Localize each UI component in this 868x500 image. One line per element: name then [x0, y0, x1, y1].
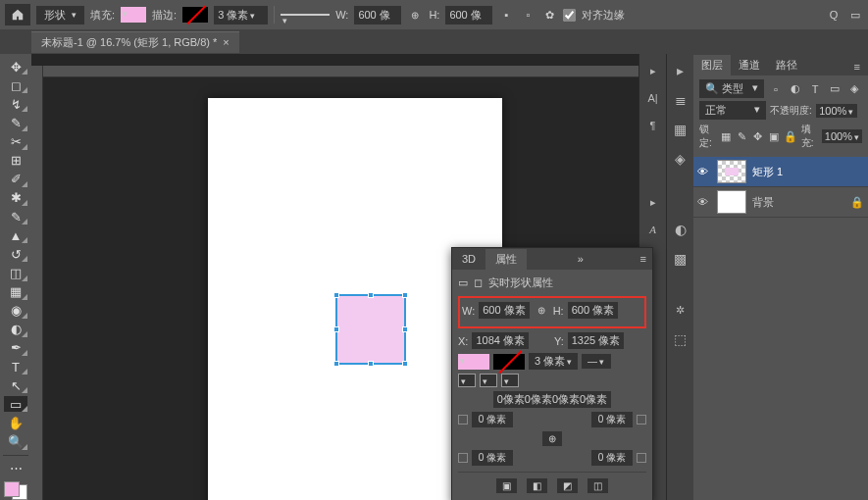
- visibility-icon[interactable]: 👁: [697, 196, 711, 208]
- handle-tr[interactable]: [402, 292, 408, 298]
- corner-tl-input[interactable]: 0 像素: [472, 412, 513, 427]
- pathop-intersect-icon[interactable]: ◩: [557, 478, 578, 493]
- foreground-color[interactable]: [4, 481, 20, 497]
- link-wh-icon[interactable]: ⊕: [534, 305, 549, 316]
- corner-br-input[interactable]: 0 像素: [591, 450, 633, 466]
- align-edges-checkbox[interactable]: [563, 9, 576, 22]
- opacity-input[interactable]: 100%: [816, 104, 857, 118]
- move-tool[interactable]: ✥: [4, 59, 27, 75]
- prop-y-input[interactable]: 1325 像素: [568, 332, 625, 349]
- dodge-tool[interactable]: ◐: [4, 322, 27, 337]
- layer-row-background[interactable]: 👁 背景 🔒: [693, 187, 868, 218]
- tab-layers[interactable]: 图层: [693, 55, 731, 75]
- panel-menu-icon[interactable]: ≡: [846, 58, 868, 75]
- adjustments-panel-icon[interactable]: ◐: [672, 221, 689, 238]
- stroke-style-select[interactable]: [281, 14, 330, 16]
- path-select-tool[interactable]: ↖: [4, 377, 27, 393]
- gradient-tool[interactable]: ▦: [4, 284, 27, 300]
- lock-pixels-icon[interactable]: ▦: [720, 128, 732, 144]
- crop-tool[interactable]: ✂: [4, 134, 27, 150]
- glyphs-panel-icon[interactable]: A: [644, 221, 662, 238]
- width-input[interactable]: 600 像: [354, 6, 401, 25]
- frame-tool[interactable]: ⊞: [4, 153, 27, 169]
- 3d-panel-icon[interactable]: ✲: [672, 301, 689, 319]
- selected-rectangle-shape[interactable]: [335, 294, 406, 365]
- blur-tool[interactable]: ◉: [4, 303, 27, 319]
- tab-properties[interactable]: 属性: [485, 249, 527, 270]
- handle-tl[interactable]: [333, 292, 339, 298]
- handle-ml[interactable]: [333, 326, 339, 332]
- lock-move-icon[interactable]: ✥: [751, 128, 763, 144]
- character-panel-icon[interactable]: A|: [644, 89, 662, 107]
- height-input[interactable]: 600 像: [445, 6, 492, 25]
- pathop-combine-icon[interactable]: ▣: [496, 478, 517, 493]
- cap-type-select[interactable]: [458, 374, 476, 387]
- handle-bc[interactable]: [368, 361, 374, 367]
- edit-toolbar-icon[interactable]: ⋯: [4, 460, 27, 475]
- layer-thumbnail[interactable]: [717, 190, 746, 214]
- path-align-icon[interactable]: ▪: [498, 7, 514, 23]
- quick-select-tool[interactable]: ✎: [4, 115, 27, 130]
- handle-tc[interactable]: [368, 292, 374, 298]
- corner-tl-checkbox[interactable]: [458, 415, 468, 425]
- layer-thumbnail[interactable]: [717, 160, 746, 183]
- libraries-panel-icon[interactable]: ◈: [672, 150, 689, 168]
- stroke-width-input[interactable]: 3 像素: [214, 6, 268, 25]
- zoom-tool[interactable]: 🔍: [4, 434, 27, 450]
- expand-icon[interactable]: »: [572, 253, 589, 265]
- prop-stroke-swatch[interactable]: [493, 354, 525, 370]
- tab-3d[interactable]: 3D: [452, 250, 485, 268]
- document-tab[interactable]: 未标题-1 @ 16.7% (矩形 1, RGB/8) * ×: [31, 31, 239, 53]
- lock-brush-icon[interactable]: ✎: [736, 128, 747, 144]
- corner-radius-all-input[interactable]: 0像素0像素0像素0像素: [493, 391, 611, 408]
- layer-name[interactable]: 矩形 1: [752, 165, 783, 179]
- healing-tool[interactable]: ✱: [4, 190, 27, 206]
- prop-fill-swatch[interactable]: [458, 354, 489, 370]
- lasso-tool[interactable]: ↯: [4, 96, 27, 112]
- corner-tr-input[interactable]: 0 像素: [591, 412, 633, 427]
- eraser-tool[interactable]: ◫: [4, 265, 27, 280]
- prop-stroke-width[interactable]: 3 像素: [529, 353, 578, 370]
- corner-type-select[interactable]: [480, 374, 497, 387]
- history-brush-tool[interactable]: ↺: [4, 246, 27, 262]
- corner-bl-checkbox[interactable]: [458, 453, 468, 463]
- gear-icon[interactable]: ✿: [541, 7, 557, 23]
- cube-panel-icon[interactable]: ⬚: [672, 330, 689, 348]
- corner-tr-checkbox[interactable]: [637, 415, 646, 425]
- blend-mode-select[interactable]: 正常▾: [699, 101, 766, 120]
- align-type-select[interactable]: [501, 374, 519, 387]
- eyedropper-tool[interactable]: ✐: [4, 172, 27, 187]
- link-wh-icon[interactable]: ⊕: [407, 10, 423, 21]
- layer-name[interactable]: 背景: [752, 195, 774, 210]
- collapse-arrow-icon[interactable]: ▸: [644, 62, 662, 79]
- layer-row-rectangle[interactable]: 👁 矩形 1: [693, 157, 868, 187]
- fill-opacity-input[interactable]: 100%: [822, 129, 862, 143]
- lock-artboard-icon[interactable]: ▣: [768, 128, 780, 144]
- panel-menu-icon[interactable]: ≡: [635, 253, 652, 265]
- dock-collapse-icon[interactable]: ▸: [672, 62, 689, 79]
- tab-paths[interactable]: 路径: [768, 55, 805, 75]
- prop-stroke-style[interactable]: —: [582, 354, 611, 369]
- rectangle-tool[interactable]: ▭: [4, 396, 27, 412]
- brush-tool[interactable]: ✎: [4, 209, 27, 225]
- pathop-exclude-icon[interactable]: ◫: [587, 478, 608, 493]
- handle-mr[interactable]: [402, 326, 408, 332]
- corner-bl-input[interactable]: 0 像素: [472, 450, 513, 466]
- paragraph-panel-icon[interactable]: ¶: [644, 117, 662, 134]
- color-panel-icon[interactable]: ≣: [672, 91, 689, 109]
- fill-color-swatch[interactable]: [121, 7, 146, 23]
- close-tab-icon[interactable]: ×: [223, 36, 229, 48]
- handle-bl[interactable]: [333, 361, 339, 367]
- swatches-panel-icon[interactable]: ▦: [672, 121, 689, 138]
- filter-shape-icon[interactable]: ▭: [827, 81, 842, 97]
- corner-br-checkbox[interactable]: [637, 453, 646, 463]
- handle-br[interactable]: [402, 361, 408, 367]
- home-icon[interactable]: [5, 4, 30, 25]
- pen-tool[interactable]: ✒: [4, 340, 27, 356]
- ruler-horizontal[interactable]: [43, 66, 638, 77]
- color-picker[interactable]: [4, 481, 27, 500]
- filter-image-icon[interactable]: ▫: [768, 81, 784, 97]
- prop-w-input[interactable]: 600 像素: [479, 302, 529, 319]
- ruler-vertical[interactable]: [31, 66, 43, 500]
- tab-channels[interactable]: 通道: [731, 55, 768, 75]
